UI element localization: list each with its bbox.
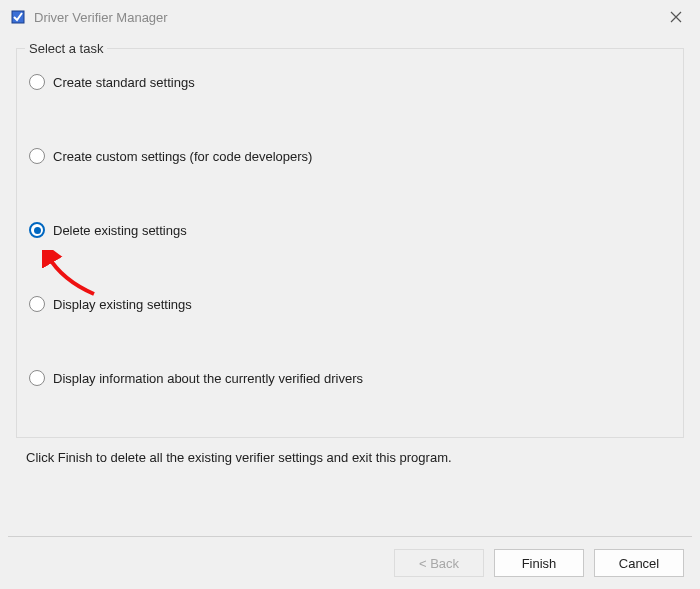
task-groupbox: Select a task Create standard settings C…: [16, 48, 684, 438]
radio-icon: [29, 74, 45, 90]
radio-label: Create standard settings: [53, 75, 195, 90]
radio-display-existing[interactable]: Display existing settings: [29, 296, 671, 312]
radio-icon-selected: [29, 222, 45, 238]
task-options: Create standard settings Create custom s…: [17, 64, 683, 386]
radio-icon: [29, 148, 45, 164]
radio-delete-existing[interactable]: Delete existing settings: [29, 222, 671, 238]
radio-display-info[interactable]: Display information about the currently …: [29, 370, 671, 386]
window-title: Driver Verifier Manager: [34, 10, 662, 25]
radio-label: Display existing settings: [53, 297, 192, 312]
radio-icon: [29, 370, 45, 386]
radio-create-custom[interactable]: Create custom settings (for code develop…: [29, 148, 671, 164]
titlebar: Driver Verifier Manager: [0, 0, 700, 34]
close-button[interactable]: [662, 3, 690, 31]
app-icon: [10, 9, 26, 25]
wizard-buttons: < Back Finish Cancel: [394, 549, 684, 577]
radio-label: Create custom settings (for code develop…: [53, 149, 312, 164]
radio-label: Display information about the currently …: [53, 371, 363, 386]
radio-label: Delete existing settings: [53, 223, 187, 238]
finish-button[interactable]: Finish: [494, 549, 584, 577]
radio-icon: [29, 296, 45, 312]
back-button[interactable]: < Back: [394, 549, 484, 577]
group-label: Select a task: [25, 41, 107, 56]
radio-create-standard[interactable]: Create standard settings: [29, 74, 671, 90]
cancel-button[interactable]: Cancel: [594, 549, 684, 577]
hint-text: Click Finish to delete all the existing …: [26, 450, 684, 465]
footer-separator: [8, 536, 692, 537]
